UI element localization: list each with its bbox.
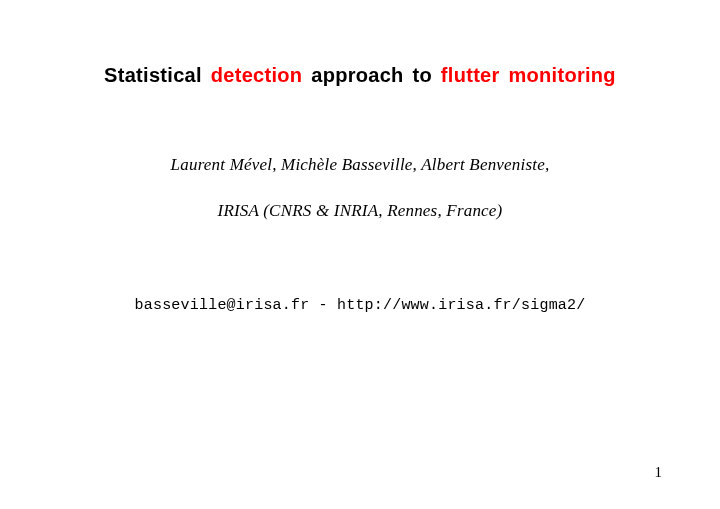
- affiliation-line: IRISA (CNRS & INRIA, Rennes, France): [55, 201, 665, 221]
- title-segment-1: Statistical: [104, 64, 202, 86]
- title-segment-3: approach to: [311, 64, 432, 86]
- contact-line: basseville@irisa.fr - http://www.irisa.f…: [55, 297, 665, 314]
- page-number: 1: [655, 464, 663, 481]
- slide-title: Statistical detection approach to flutte…: [55, 64, 665, 87]
- slide: Statistical detection approach to flutte…: [0, 0, 720, 509]
- title-segment-2: detection: [211, 64, 303, 86]
- title-segment-4: flutter monitoring: [441, 64, 616, 86]
- authors-line: Laurent Mével, Michèle Basseville, Alber…: [55, 155, 665, 175]
